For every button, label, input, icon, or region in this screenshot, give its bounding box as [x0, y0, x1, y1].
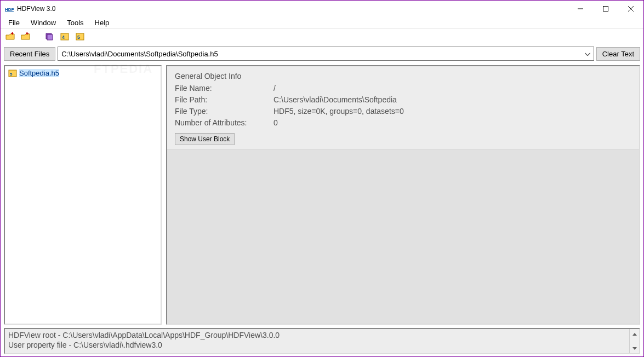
center-area: 5 Softpedia.h5 General Object Info File … [1, 63, 643, 327]
info-value: HDF5, size=0K, groups=0, datasets=0 [273, 107, 404, 116]
menu-window[interactable]: Window [25, 18, 61, 28]
toolbar: 4 5 [1, 29, 643, 44]
scroll-up-icon[interactable] [630, 329, 639, 339]
hdf4-icon[interactable]: 4 [60, 31, 71, 42]
window-title: HDFView 3.0 [17, 5, 55, 13]
menu-tools[interactable]: Tools [61, 18, 89, 28]
status-panel: HDFView root - C:\Users\vladi\AppData\Lo… [4, 328, 640, 354]
hdf5-icon[interactable]: 5 [75, 31, 86, 42]
scroll-down-icon[interactable] [630, 343, 639, 353]
chevron-down-icon [585, 50, 590, 58]
clear-text-button[interactable]: Clear Text [596, 47, 640, 61]
title-bar: HDF HDFView 3.0 [1, 1, 643, 17]
close-file-icon[interactable] [20, 31, 31, 42]
app-icon: HDF [5, 4, 14, 13]
info-label: Number of Attributes: [175, 118, 273, 127]
menu-bar: File Window Tools Help [1, 17, 643, 29]
status-scrollbar[interactable] [629, 329, 639, 353]
open-file-icon[interactable] [5, 31, 16, 42]
tree-item-label: Softpedia.h5 [19, 69, 59, 77]
help-icon[interactable] [44, 31, 55, 42]
info-row-filetype: File Type: HDF5, size=0K, groups=0, data… [175, 107, 631, 116]
svg-text:5: 5 [10, 72, 13, 77]
info-value: C:\Users\vladi\Documents\Softpedia [273, 95, 397, 104]
info-heading: General Object Info [175, 72, 631, 80]
svg-text:5: 5 [77, 34, 80, 40]
file-tree-panel[interactable]: 5 Softpedia.h5 [4, 65, 162, 325]
info-row-filename: File Name: / [175, 84, 631, 93]
svg-rect-3 [603, 7, 608, 11]
info-row-attrs: Number of Attributes: 0 [175, 118, 631, 127]
detail-body-area [167, 150, 639, 324]
path-select[interactable]: C:\Users\vladi\Documents\Softpedia\Softp… [58, 47, 594, 61]
hdf5-file-icon: 5 [8, 70, 17, 77]
menu-help[interactable]: Help [89, 18, 115, 28]
tree-item[interactable]: 5 Softpedia.h5 [7, 68, 158, 78]
close-button[interactable] [618, 1, 643, 17]
detail-panel: General Object Info File Name: / File Pa… [166, 65, 640, 325]
object-info-block: General Object Info File Name: / File Pa… [167, 66, 639, 150]
info-row-filepath: File Path: C:\Users\vladi\Documents\Soft… [175, 95, 631, 104]
status-text: HDFView root - C:\Users\vladi\AppData\Lo… [5, 329, 629, 353]
info-label: File Type: [175, 107, 273, 116]
recent-files-button[interactable]: Recent Files [4, 47, 55, 61]
info-label: File Path: [175, 95, 273, 104]
menu-file[interactable]: File [3, 18, 25, 28]
path-bar: Recent Files C:\Users\vladi\Documents\So… [1, 44, 643, 63]
window-controls [568, 1, 643, 17]
info-value: 0 [273, 118, 278, 127]
show-user-block-button[interactable]: Show User Block [175, 133, 235, 145]
minimize-button[interactable] [568, 1, 593, 17]
maximize-button[interactable] [593, 1, 618, 17]
info-value: / [273, 84, 276, 93]
info-label: File Name: [175, 84, 273, 93]
svg-text:4: 4 [62, 34, 65, 40]
path-value: C:\Users\vladi\Documents\Softpedia\Softp… [61, 50, 218, 58]
